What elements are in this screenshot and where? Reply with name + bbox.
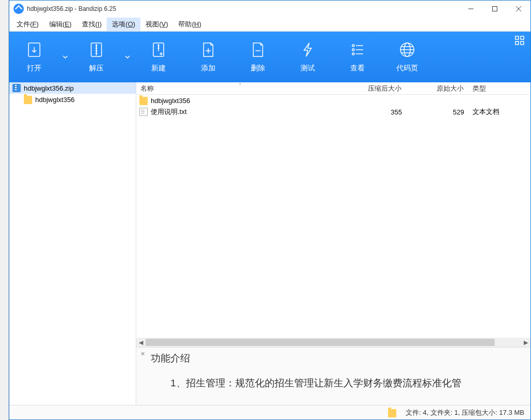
toolbar-codepage-label: 代码页 <box>396 64 418 73</box>
background-strip <box>0 0 9 420</box>
toolbar-test-label: 测试 <box>300 64 315 73</box>
file-rows[interactable]: hdbjwglxt356 使用说明.txt 355 529 文本文档 <box>136 95 530 338</box>
view-icon <box>349 41 366 59</box>
menu-file[interactable]: 文件(F) <box>11 18 44 31</box>
extract-icon <box>88 41 105 59</box>
statusbar: 文件: 4, 文件夹: 1, 压缩包大小: 17.3 MB <box>9 405 530 419</box>
new-icon <box>150 41 167 59</box>
file-type: 文本文档 <box>468 107 530 117</box>
preview-panel: ✕ 功能介绍 1、招生管理：规范化的招生管理让新生入学财务缴费流程标准化管 <box>136 347 530 405</box>
tree-panel[interactable]: hdbjwglxt356.zip hdbjwglxt356 <box>9 82 136 405</box>
titlebar[interactable]: hdbjwglxt356.zip - Bandizip 6.25 <box>9 1 530 17</box>
status-folder-icon <box>388 409 396 417</box>
tree-child-label: hdbjwglxt356 <box>35 96 75 104</box>
file-row[interactable]: hdbjwglxt356 <box>136 95 530 106</box>
toolbar-extract-label: 解压 <box>89 64 104 73</box>
toolbar-extra-icon[interactable] <box>515 36 525 46</box>
delete-icon <box>249 41 267 59</box>
minimize-button[interactable] <box>459 1 483 17</box>
app-icon <box>13 4 24 14</box>
text-file-icon <box>139 108 148 116</box>
column-headers[interactable]: 名称˅ 压缩后大小 原始大小 类型 <box>136 82 530 95</box>
svg-rect-31 <box>515 36 519 39</box>
tree-root[interactable]: hdbjwglxt356.zip <box>9 82 136 94</box>
col-name[interactable]: 名称˅ <box>136 84 344 93</box>
toolbar-add[interactable]: 添加 <box>183 32 233 82</box>
zip-icon <box>12 84 21 92</box>
status-text: 文件: 4, 文件夹: 1, 压缩包大小: 17.3 MB <box>406 408 524 417</box>
toolbar-view[interactable]: 查看 <box>333 32 382 82</box>
scroll-thumb[interactable] <box>146 339 495 346</box>
toolbar-delete-label: 删除 <box>251 64 265 73</box>
file-row[interactable]: 使用说明.txt 355 529 文本文档 <box>136 106 530 118</box>
add-icon <box>199 41 217 59</box>
open-icon <box>25 41 43 59</box>
sort-indicator-icon: ˅ <box>239 83 241 89</box>
svg-rect-1 <box>493 7 497 11</box>
file-name: 使用说明.txt <box>151 107 186 117</box>
file-compressed: 355 <box>344 108 406 116</box>
folder-icon <box>139 97 148 105</box>
menubar: 文件(F) 编辑(E) 查找(I) 选项(O) 视图(V) 帮助(H) <box>9 17 530 32</box>
svg-rect-34 <box>521 41 524 45</box>
svg-point-22 <box>352 49 354 51</box>
preview-title: 功能介绍 <box>151 352 521 365</box>
col-compressed[interactable]: 压缩后大小 <box>344 84 406 93</box>
col-original[interactable]: 原始大小 <box>406 84 468 93</box>
toolbar-open-label: 打开 <box>27 64 41 73</box>
tree-root-label: hdbjwglxt356.zip <box>24 84 74 92</box>
app-window: hdbjwglxt356.zip - Bandizip 6.25 文件(F) 编… <box>9 0 531 420</box>
menu-help[interactable]: 帮助(H) <box>173 18 206 31</box>
menu-options[interactable]: 选项(O) <box>107 18 140 31</box>
toolbar-test[interactable]: 测试 <box>283 32 333 82</box>
toolbar-add-label: 添加 <box>201 64 216 73</box>
codepage-icon <box>398 41 416 59</box>
file-name: hdbjwglxt356 <box>151 97 190 105</box>
scroll-left-icon[interactable]: ◀ <box>136 338 146 347</box>
body-split: hdbjwglxt356.zip hdbjwglxt356 名称˅ 压缩后大小 … <box>9 82 530 405</box>
menu-edit[interactable]: 编辑(E) <box>44 18 77 31</box>
svg-point-24 <box>352 53 354 55</box>
toolbar-open-dropdown[interactable] <box>59 32 71 82</box>
toolbar-extract[interactable]: 解压 <box>71 32 121 82</box>
toolbar-open[interactable]: 打开 <box>9 32 59 82</box>
window-title: hdbjwglxt356.zip - Bandizip 6.25 <box>27 5 116 12</box>
svg-point-20 <box>352 45 354 47</box>
close-button[interactable] <box>507 1 530 17</box>
toolbar-extract-dropdown[interactable] <box>121 32 134 82</box>
horizontal-scrollbar[interactable]: ◀ ▶ <box>136 338 530 347</box>
scroll-track[interactable] <box>146 338 521 347</box>
svg-rect-32 <box>521 36 524 39</box>
toolbar-delete[interactable]: 删除 <box>233 32 283 82</box>
file-pane: 名称˅ 压缩后大小 原始大小 类型 hdbjwglxt356 使用说明.txt … <box>136 82 530 405</box>
preview-body: 1、招生管理：规范化的招生管理让新生入学财务缴费流程标准化管 <box>151 376 521 390</box>
col-type[interactable]: 类型 <box>468 84 530 93</box>
toolbar-new[interactable]: 新建 <box>134 32 183 82</box>
folder-icon <box>24 96 32 104</box>
toolbar-new-label: 新建 <box>151 64 166 73</box>
test-icon <box>299 41 317 59</box>
toolbar-codepage[interactable]: 代码页 <box>382 32 432 82</box>
scroll-right-icon[interactable]: ▶ <box>521 338 530 347</box>
svg-rect-33 <box>515 41 519 45</box>
tree-child[interactable]: hdbjwglxt356 <box>9 94 136 105</box>
preview-close-icon[interactable]: ✕ <box>140 351 145 357</box>
toolbar-view-label: 查看 <box>350 64 365 73</box>
maximize-button[interactable] <box>483 1 507 17</box>
toolbar: 打开 解压 新建 添加 删除 测试 查看 代码页 <box>9 32 530 82</box>
file-original: 529 <box>406 108 468 116</box>
menu-find[interactable]: 查找(I) <box>77 18 107 31</box>
menu-view[interactable]: 视图(V) <box>140 18 173 31</box>
